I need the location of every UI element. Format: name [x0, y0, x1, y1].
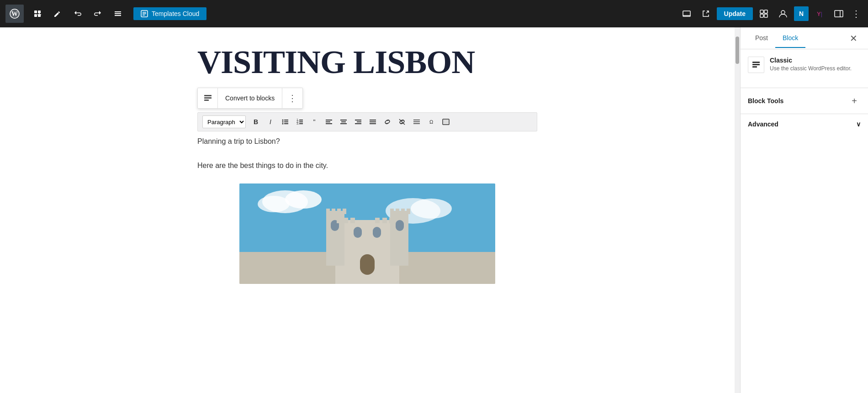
- body-text-2[interactable]: Here are the best things to do in the ci…: [197, 159, 537, 173]
- undo-button[interactable]: [69, 5, 86, 22]
- unordered-list-button[interactable]: [279, 115, 291, 128]
- svg-rect-57: [444, 120, 448, 124]
- svg-rect-23: [835, 10, 843, 17]
- svg-point-63: [411, 199, 452, 219]
- convert-to-blocks-button[interactable]: Convert to blocks: [218, 88, 282, 108]
- svg-rect-4: [34, 14, 37, 17]
- templates-cloud-label: Templates Cloud: [152, 10, 199, 17]
- svg-rect-25: [204, 95, 212, 96]
- svg-rect-55: [413, 123, 420, 124]
- tab-block[interactable]: Block: [775, 29, 805, 48]
- svg-rect-21: [764, 14, 767, 17]
- update-button[interactable]: Update: [717, 7, 753, 20]
- svg-rect-27: [204, 100, 209, 101]
- block-tools-add-button[interactable]: +: [848, 94, 861, 107]
- align-left-button[interactable]: [323, 115, 335, 128]
- code-button[interactable]: [439, 115, 452, 128]
- unlink-button[interactable]: [396, 115, 408, 128]
- italic-button[interactable]: I: [264, 115, 277, 128]
- svg-rect-33: [284, 123, 288, 124]
- close-sidebar-button[interactable]: ✕: [846, 31, 861, 46]
- svg-rect-68: [326, 209, 330, 214]
- classic-editor-toolbar: Paragraph B I 1.: [197, 112, 537, 131]
- blockquote-button[interactable]: ": [308, 115, 321, 128]
- svg-rect-43: [340, 120, 347, 121]
- more-options-button[interactable]: ⋮: [850, 6, 863, 21]
- svg-rect-10: [115, 15, 121, 16]
- bold-button[interactable]: B: [249, 115, 262, 128]
- svg-rect-48: [355, 123, 361, 124]
- svg-point-60: [285, 190, 322, 209]
- paragraph-select[interactable]: Paragraph: [202, 115, 246, 128]
- wp-logo[interactable]: W: [5, 5, 24, 23]
- svg-rect-81: [337, 218, 341, 223]
- classic-block-icon: [198, 88, 218, 108]
- advanced-section: Advanced ∨: [741, 114, 868, 134]
- svg-rect-83: [350, 218, 355, 223]
- svg-rect-18: [760, 10, 763, 13]
- sidebar: Post Block ✕ Classic Use the classic Wor…: [740, 27, 868, 393]
- list-view-button[interactable]: [110, 5, 126, 22]
- main-layout: VISITING LISBON Convert to blocks ⋮: [0, 27, 868, 393]
- link-button[interactable]: [381, 115, 394, 128]
- avatar-button[interactable]: [775, 5, 791, 22]
- svg-rect-2: [34, 10, 37, 13]
- svg-text:3.: 3.: [296, 122, 299, 125]
- svg-rect-46: [355, 120, 361, 121]
- svg-point-29: [282, 121, 284, 123]
- align-center-button[interactable]: [337, 115, 350, 128]
- svg-rect-88: [752, 64, 760, 65]
- toggle-sidebar-button[interactable]: [831, 5, 847, 22]
- n-plugin-badge[interactable]: N: [794, 6, 809, 21]
- post-title[interactable]: VISITING LISBON: [197, 46, 537, 79]
- redo-button[interactable]: [90, 5, 106, 22]
- svg-rect-31: [284, 120, 288, 121]
- top-toolbar: W: [0, 0, 868, 27]
- block-tools-header[interactable]: Block Tools +: [741, 88, 868, 114]
- svg-rect-53: [413, 120, 420, 121]
- svg-rect-89: [752, 66, 757, 68]
- preview-mobile-button[interactable]: [678, 5, 695, 22]
- block-more-options-button[interactable]: ⋮: [282, 88, 302, 108]
- svg-rect-47: [357, 121, 361, 122]
- svg-rect-50: [370, 121, 376, 122]
- svg-rect-9: [115, 13, 121, 14]
- svg-rect-82: [344, 218, 348, 223]
- post-image: [239, 183, 495, 284]
- svg-rect-40: [326, 120, 332, 121]
- justify-button[interactable]: [366, 115, 379, 128]
- svg-rect-77: [396, 220, 404, 231]
- advanced-chevron-icon: ∨: [856, 121, 861, 128]
- svg-rect-42: [326, 123, 332, 124]
- svg-rect-86: [375, 218, 380, 223]
- svg-rect-75: [407, 209, 410, 214]
- svg-rect-49: [370, 120, 376, 121]
- svg-rect-26: [204, 97, 212, 99]
- svg-rect-73: [396, 209, 399, 214]
- align-right-button[interactable]: [352, 115, 365, 128]
- preview-external-button[interactable]: [698, 5, 714, 22]
- templates-cloud-button[interactable]: Templates Cloud: [133, 7, 206, 20]
- svg-rect-54: [413, 121, 420, 122]
- block-toolbar: Convert to blocks ⋮: [197, 88, 303, 109]
- svg-point-22: [781, 10, 785, 14]
- sidebar-tabs: Post Block: [748, 29, 805, 48]
- yoast-button[interactable]: Y|: [811, 5, 828, 22]
- editor-plugin-button[interactable]: [756, 5, 772, 22]
- ordered-list-button[interactable]: 1. 2. 3.: [293, 115, 306, 128]
- special-chars-button[interactable]: Ω: [425, 115, 438, 128]
- body-text-1[interactable]: Planning a trip to Lisbon?: [197, 135, 537, 148]
- svg-point-30: [282, 123, 284, 125]
- edit-button[interactable]: [49, 5, 66, 22]
- scroll-thumb[interactable]: [736, 37, 739, 64]
- classic-block-title: Classic: [770, 57, 852, 64]
- editor-scrollbar[interactable]: [735, 27, 740, 393]
- tab-post[interactable]: Post: [748, 29, 775, 48]
- svg-rect-71: [343, 209, 346, 214]
- horizontal-rule-button[interactable]: [410, 115, 423, 128]
- svg-rect-37: [299, 120, 303, 121]
- classic-block-desc: Use the classic WordPress editor.: [770, 65, 852, 73]
- add-block-button[interactable]: [29, 5, 46, 22]
- editor-area[interactable]: VISITING LISBON Convert to blocks ⋮: [0, 27, 735, 393]
- advanced-header[interactable]: Advanced ∨: [741, 114, 868, 134]
